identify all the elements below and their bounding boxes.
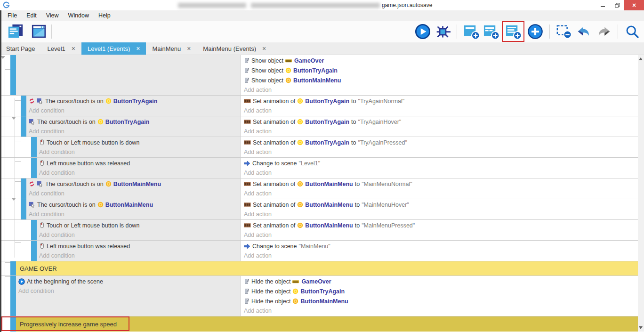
action-item[interactable]: Show object ButtonTryAgain bbox=[244, 65, 638, 75]
actions-cell[interactable]: Set animation of ButtonTryAgain to "TryA… bbox=[241, 116, 638, 137]
event-selection-bar[interactable] bbox=[21, 116, 26, 137]
vertical-scrollbar[interactable] bbox=[638, 55, 644, 332]
condition-item[interactable]: Left mouse button was released bbox=[39, 158, 240, 168]
conditions-cell[interactable]: Left mouse button was releasedAdd condit… bbox=[37, 241, 241, 261]
condition-item[interactable]: The cursor/touch is on ButtonMainMenu bbox=[29, 179, 240, 189]
action-item[interactable]: Set animation of ButtonTryAgain to "TryA… bbox=[244, 138, 638, 147]
search-icon[interactable] bbox=[623, 23, 641, 40]
add-comment-icon[interactable] bbox=[504, 23, 522, 40]
scroll-up-icon[interactable] bbox=[639, 57, 643, 60]
menu-file[interactable]: File bbox=[3, 11, 22, 20]
actions-cell[interactable]: Set animation of ButtonMainMenu to "Main… bbox=[241, 178, 638, 199]
condition-item[interactable]: The cursor/touch is on ButtonTryAgain bbox=[29, 96, 240, 106]
restore-button[interactable] bbox=[610, 0, 624, 10]
event-selection-bar[interactable] bbox=[10, 276, 16, 316]
menu-edit[interactable]: Edit bbox=[22, 11, 41, 20]
action-item[interactable]: Hide the object ButtonMainMenu bbox=[244, 296, 638, 306]
event-selection-bar[interactable] bbox=[10, 261, 16, 275]
action-item[interactable]: Show object GameOver bbox=[244, 56, 638, 65]
redo-icon[interactable] bbox=[595, 23, 612, 40]
actions-cell[interactable]: Hide the object GameOverHide the object … bbox=[241, 276, 638, 316]
action-item[interactable]: Set animation of ButtonMainMenu to "Main… bbox=[244, 179, 638, 189]
conditions-cell[interactable]: Touch or Left mouse button is downAdd co… bbox=[37, 220, 241, 240]
remove-event-icon[interactable] bbox=[555, 23, 573, 40]
comment-text[interactable]: GAME OVER bbox=[16, 261, 638, 275]
event-selection-bar[interactable] bbox=[21, 199, 26, 219]
action-item[interactable]: Show object ButtonMainMenu bbox=[244, 75, 638, 85]
conditions-cell[interactable]: At the beginning of the sceneAdd conditi… bbox=[16, 276, 241, 316]
actions-cell[interactable]: Set animation of ButtonMainMenu to "Main… bbox=[241, 199, 638, 219]
scene-editor-icon[interactable] bbox=[30, 23, 48, 40]
conditions-cell[interactable]: The cursor/touch is on ButtonTryAgainAdd… bbox=[26, 96, 241, 116]
condition-item[interactable]: Touch or Left mouse button is down bbox=[39, 138, 240, 147]
action-item[interactable]: Hide the object ButtonTryAgain bbox=[244, 286, 638, 296]
event-selection-bar[interactable] bbox=[31, 220, 37, 240]
action-item[interactable]: Hide the object GameOver bbox=[244, 276, 638, 286]
add-action-button[interactable]: Add action bbox=[244, 147, 638, 157]
minimize-button[interactable] bbox=[596, 0, 610, 10]
conditions-cell[interactable]: The cursor/touch is on ButtonMainMenuAdd… bbox=[26, 178, 241, 199]
add-action-button[interactable]: Add action bbox=[244, 306, 638, 316]
conditions-cell[interactable]: The cursor/touch is on ButtonTryAgainAdd… bbox=[26, 116, 241, 137]
project-manager-icon[interactable] bbox=[7, 23, 24, 40]
action-item[interactable]: Change to scene "MainMenu" bbox=[244, 241, 638, 251]
tab-level1-events-[interactable]: Level1 (Events)× bbox=[81, 42, 146, 55]
tab-mainmenu-events-[interactable]: MainMenu (Events)× bbox=[197, 42, 272, 55]
play-icon[interactable] bbox=[414, 23, 432, 40]
tab-close-icon[interactable]: × bbox=[72, 45, 75, 52]
condition-item[interactable]: The cursor/touch is on ButtonTryAgain bbox=[29, 117, 240, 127]
add-subevent-icon[interactable] bbox=[482, 23, 500, 40]
add-condition-button[interactable]: Add condition bbox=[39, 168, 240, 178]
action-item[interactable]: Set animation of ButtonMainMenu to "Main… bbox=[244, 220, 638, 230]
add-condition-button[interactable]: Add condition bbox=[29, 106, 240, 116]
action-item[interactable]: Set animation of ButtonTryAgain to "TryA… bbox=[244, 117, 638, 127]
add-action-button[interactable]: Add action bbox=[244, 251, 638, 261]
debug-icon[interactable] bbox=[434, 23, 451, 40]
tab-level1[interactable]: Level1× bbox=[41, 42, 81, 55]
event-selection-bar[interactable] bbox=[21, 178, 26, 199]
actions-cell[interactable]: Show object GameOverShow object ButtonTr… bbox=[241, 55, 638, 95]
undo-icon[interactable] bbox=[575, 23, 593, 40]
add-action-button[interactable]: Add action bbox=[244, 230, 638, 240]
condition-item[interactable]: At the beginning of the scene bbox=[18, 276, 240, 286]
add-action-button[interactable]: Add action bbox=[244, 210, 638, 219]
add-condition-button[interactable]: Add condition bbox=[39, 230, 240, 240]
event-selection-bar[interactable] bbox=[31, 158, 37, 178]
add-action-button[interactable]: Add action bbox=[244, 85, 638, 95]
event-selection-bar[interactable] bbox=[10, 55, 16, 95]
add-condition-button[interactable]: Add condition bbox=[39, 147, 240, 157]
condition-item[interactable]: Touch or Left mouse button is down bbox=[39, 220, 240, 230]
conditions-cell[interactable] bbox=[16, 55, 241, 95]
conditions-cell[interactable]: Left mouse button was releasedAdd condit… bbox=[37, 158, 241, 178]
add-condition-button[interactable]: Add condition bbox=[29, 210, 240, 219]
actions-cell[interactable]: Set animation of ButtonTryAgain to "TryA… bbox=[241, 137, 638, 157]
action-item[interactable]: Change to scene "Level1" bbox=[244, 158, 638, 168]
comment-text[interactable]: Progressively increase game speed bbox=[16, 316, 638, 332]
add-condition-button[interactable]: Add condition bbox=[39, 251, 240, 261]
add-action-button[interactable]: Add action bbox=[244, 127, 638, 137]
menu-view[interactable]: View bbox=[41, 11, 64, 20]
add-event-icon[interactable] bbox=[462, 23, 480, 40]
conditions-cell[interactable]: Touch or Left mouse button is downAdd co… bbox=[37, 137, 241, 157]
actions-cell[interactable]: Set animation of ButtonMainMenu to "Main… bbox=[241, 220, 638, 240]
event-selection-bar[interactable] bbox=[10, 316, 16, 332]
scroll-down-icon[interactable] bbox=[639, 326, 643, 329]
add-action-button[interactable]: Add action bbox=[244, 168, 638, 178]
add-condition-button[interactable]: Add condition bbox=[29, 127, 240, 137]
add-action-button[interactable]: Add action bbox=[244, 106, 638, 116]
action-item[interactable]: Set animation of ButtonMainMenu to "Main… bbox=[244, 200, 638, 210]
event-selection-bar[interactable] bbox=[31, 241, 37, 261]
add-condition-button[interactable]: Add condition bbox=[18, 286, 240, 296]
tab-start-page[interactable]: Start Page bbox=[0, 42, 41, 55]
menu-help[interactable]: Help bbox=[94, 11, 115, 20]
add-condition-button[interactable]: Add condition bbox=[29, 189, 240, 199]
add-circle-icon[interactable] bbox=[526, 23, 544, 40]
event-selection-bar[interactable] bbox=[31, 137, 37, 157]
event-selection-bar[interactable] bbox=[21, 96, 26, 116]
menu-window[interactable]: Window bbox=[64, 11, 94, 20]
tab-mainmenu[interactable]: MainMenu× bbox=[146, 42, 197, 55]
action-item[interactable]: Set animation of ButtonTryAgain to "TryA… bbox=[244, 96, 638, 106]
conditions-cell[interactable]: The cursor/touch is on ButtonMainMenuAdd… bbox=[26, 199, 241, 219]
actions-cell[interactable]: Change to scene "Level1"Add action bbox=[241, 158, 638, 178]
actions-cell[interactable]: Change to scene "MainMenu"Add action bbox=[241, 241, 638, 261]
